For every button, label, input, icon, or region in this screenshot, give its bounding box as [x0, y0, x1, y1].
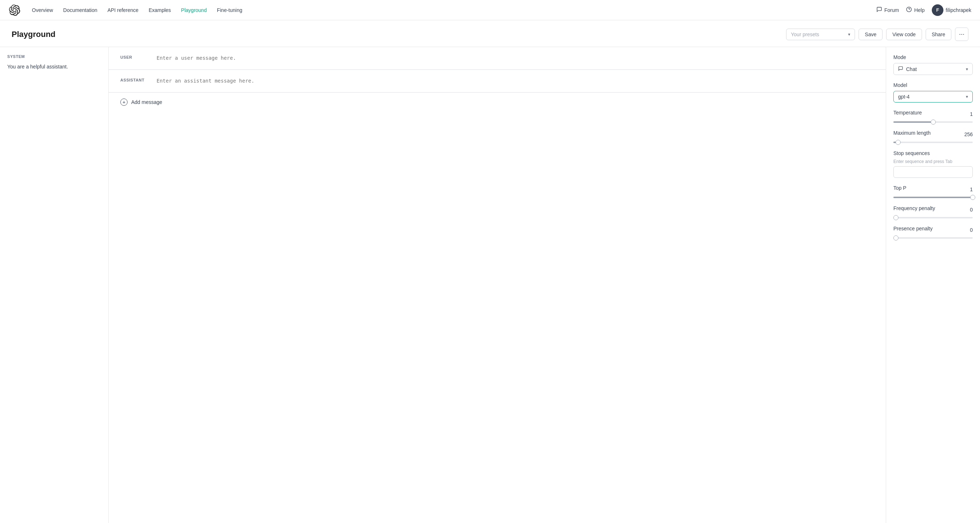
nav-fine-tuning[interactable]: Fine-tuning: [217, 7, 242, 13]
assistant-role-label: ASSISTANT: [120, 77, 149, 82]
user-message-input[interactable]: [157, 54, 874, 62]
top-p-slider[interactable]: [893, 197, 973, 198]
presence-penalty-section: Presence penalty 0: [893, 226, 973, 239]
assistant-message-input[interactable]: [157, 77, 874, 85]
page-header: Playground Your presets ▾ Save View code…: [0, 20, 980, 47]
model-value: gpt-4: [898, 94, 910, 100]
main-layout: SYSTEM You are a helpful assistant. USER…: [0, 47, 980, 523]
help-label: Help: [914, 7, 924, 13]
right-panel: Mode Chat ▾ Model gpt-4 ▾: [886, 47, 980, 523]
stop-sequences-section: Stop sequences Enter sequence and press …: [893, 150, 973, 178]
navbar: Overview Documentation API reference Exa…: [0, 0, 980, 20]
presence-penalty-label: Presence penalty: [893, 226, 932, 231]
temperature-label: Temperature: [893, 110, 922, 116]
nav-documentation[interactable]: Documentation: [63, 7, 97, 13]
user-message-row: USER: [109, 47, 886, 70]
assistant-message-row: ASSISTANT: [109, 70, 886, 92]
add-message-button[interactable]: + Add message: [109, 93, 886, 111]
forum-icon: [877, 6, 882, 13]
add-message-label: Add message: [131, 99, 162, 105]
presence-penalty-slider[interactable]: [893, 237, 973, 239]
model-dropdown[interactable]: gpt-4 ▾: [893, 91, 973, 103]
user-menu[interactable]: F filipchrapek: [932, 4, 971, 16]
frequency-penalty-value: 0: [970, 207, 973, 212]
page-title: Playground: [11, 30, 56, 39]
save-button[interactable]: Save: [859, 29, 883, 40]
nav-api-reference[interactable]: API reference: [108, 7, 139, 13]
max-length-slider[interactable]: [893, 142, 973, 143]
max-length-thumb[interactable]: [896, 140, 900, 145]
presets-placeholder: Your presets: [791, 32, 819, 37]
top-p-value: 1: [970, 187, 973, 192]
help-link[interactable]: Help: [906, 6, 924, 13]
navbar-links: Overview Documentation API reference Exa…: [32, 7, 865, 13]
header-actions: Your presets ▾ Save View code Share ···: [786, 27, 969, 41]
model-chevron-icon: ▾: [966, 94, 968, 99]
mode-dropdown[interactable]: Chat ▾: [893, 63, 973, 75]
help-icon: [906, 6, 912, 13]
temperature-section: Temperature 1: [893, 110, 973, 123]
frequency-penalty-section: Frequency penalty 0: [893, 205, 973, 219]
top-p-fill: [893, 197, 973, 198]
max-length-section: Maximum length 256: [893, 130, 973, 143]
temperature-value: 1: [970, 111, 973, 117]
stop-sequences-label: Stop sequences: [893, 150, 973, 156]
presence-penalty-thumb[interactable]: [893, 235, 899, 241]
add-icon: +: [120, 98, 127, 106]
top-p-thumb[interactable]: [970, 195, 975, 200]
forum-label: Forum: [884, 7, 899, 13]
mode-section: Mode Chat ▾: [893, 54, 973, 75]
navbar-logo: [9, 4, 20, 16]
nav-playground[interactable]: Playground: [181, 7, 207, 13]
max-length-value: 256: [964, 132, 973, 137]
system-panel: SYSTEM You are a helpful assistant.: [0, 47, 109, 523]
user-role-label: USER: [120, 54, 149, 59]
view-code-button[interactable]: View code: [886, 29, 922, 40]
model-label: Model: [893, 82, 973, 88]
temperature-fill: [893, 121, 933, 123]
stop-sequences-hint: Enter sequence and press Tab: [893, 159, 973, 164]
temperature-slider[interactable]: [893, 121, 973, 123]
frequency-penalty-thumb[interactable]: [893, 215, 899, 220]
chat-icon: [898, 66, 903, 72]
share-button[interactable]: Share: [926, 29, 951, 40]
nav-overview[interactable]: Overview: [32, 7, 53, 13]
top-p-label: Top P: [893, 185, 907, 191]
max-length-label: Maximum length: [893, 130, 931, 136]
system-label: SYSTEM: [7, 54, 101, 59]
chevron-down-icon: ▾: [848, 32, 850, 37]
model-section: Model gpt-4 ▾: [893, 82, 973, 103]
chat-area: USER ASSISTANT + Add message: [109, 47, 886, 523]
stop-sequences-input[interactable]: [893, 166, 973, 178]
navbar-right: Forum Help F filipchrapek: [877, 4, 971, 16]
mode-value: Chat: [906, 66, 917, 72]
system-content[interactable]: You are a helpful assistant.: [7, 63, 101, 71]
frequency-penalty-slider[interactable]: [893, 217, 973, 219]
forum-link[interactable]: Forum: [877, 6, 899, 13]
top-p-section: Top P 1: [893, 185, 973, 198]
frequency-penalty-label: Frequency penalty: [893, 205, 935, 211]
mode-chevron-icon: ▾: [966, 67, 968, 72]
presets-dropdown[interactable]: Your presets ▾: [786, 29, 855, 40]
more-button[interactable]: ···: [955, 27, 969, 41]
username: filipchrapek: [945, 7, 971, 13]
mode-label: Mode: [893, 54, 973, 60]
avatar: F: [932, 4, 943, 16]
nav-examples[interactable]: Examples: [149, 7, 171, 13]
presence-penalty-value: 0: [970, 227, 973, 233]
temperature-thumb[interactable]: [931, 119, 936, 125]
